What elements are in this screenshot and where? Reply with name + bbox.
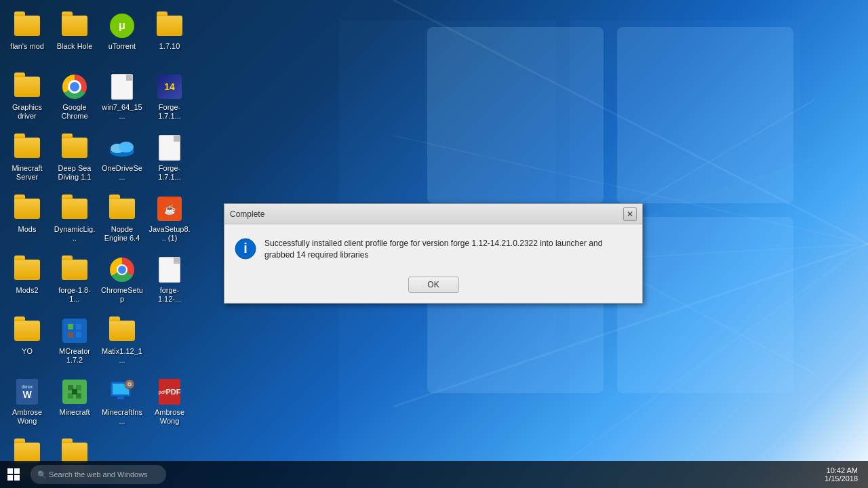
dialog-ok-button[interactable]: OK [408, 277, 459, 293]
icon-ambrose-docx[interactable]: docx W Ambrose Wong [3, 373, 51, 432]
folder-icon [157, 16, 182, 36]
folder-icon [109, 321, 135, 341]
svg-point-18 [119, 142, 134, 152]
icon-forge-172[interactable]: Forge-1.7.1... [146, 129, 193, 188]
icon-label-mods2: Mods2 [16, 286, 38, 295]
icon-mods2[interactable]: Mods2 [3, 251, 51, 310]
icon-label-javasetup: JavaSetup8... (1) [149, 225, 191, 243]
chrome-setup-icon [110, 258, 134, 282]
icon-minecraft-app[interactable]: Minecraft [51, 373, 98, 432]
folder-icon [14, 199, 40, 219]
svg-rect-22 [68, 324, 73, 329]
white-file-icon [159, 257, 180, 283]
icon-label-dynamiclig: DynamicLig... [54, 225, 96, 243]
icon-label-ambrose-docx: Ambrose Wong [6, 408, 48, 426]
icon-minecraftins[interactable]: MinecraftIns... [98, 373, 146, 432]
icon-javasetup[interactable]: ☕ JavaSetup8... (1) [146, 190, 193, 249]
dialog-content: i Successfully installed client profile … [224, 224, 642, 271]
icon-dynamiclig[interactable]: DynamicLig... [51, 190, 98, 249]
icon-label-mods: Mods [18, 225, 37, 234]
dialog-message-text: Successfully installed client profile fo… [264, 238, 632, 261]
word-docx-icon: docx W [16, 379, 38, 405]
icon-label-yo: YO [22, 347, 33, 356]
icon-google-chrome[interactable]: Google Chrome [51, 68, 98, 127]
icon-label-ambrose-pdf: Ambrose Wong [149, 408, 191, 426]
start-button[interactable] [0, 461, 27, 488]
icon-label-forge-172: Forge-1.7.1... [149, 164, 191, 182]
taskbar-search-placeholder: 🔍 Search the web and Windows [37, 470, 148, 479]
icon-flans-mod[interactable]: flan's mod [3, 7, 51, 66]
icon-label-graphics-driver: Graphics driver [6, 103, 48, 121]
icon-utorrent[interactable]: μ uTorrent [98, 7, 146, 66]
icon-label-forge-112: forge-1.12-... [149, 286, 191, 304]
icon-mods[interactable]: Mods [3, 190, 51, 249]
icon-onedrive[interactable]: OneDriveSe... [98, 129, 146, 188]
icon-forge-1711[interactable]: 14 Forge-1.7.1... [146, 68, 193, 127]
icon-forge-18[interactable]: forge-1.8-1... [51, 251, 98, 310]
folder-icon [62, 138, 87, 158]
svg-rect-31 [72, 389, 77, 394]
icon-label-black-hole: Black Hole [57, 42, 93, 51]
white-file-icon [111, 74, 133, 100]
svg-rect-21 [62, 319, 87, 343]
svg-point-38 [129, 384, 130, 385]
icon-win7-64[interactable]: win7_64_15... [98, 68, 146, 127]
icon-label-minecraft-server: Minecraft Server [6, 164, 48, 182]
folder-icon [14, 443, 40, 463]
java-icon: ☕ [157, 197, 182, 221]
icon-black-hole[interactable]: Black Hole [51, 7, 98, 66]
icon-forge-112[interactable]: forge-1.12-... [146, 251, 193, 310]
taskbar-search-box[interactable]: 🔍 Search the web and Windows [31, 465, 166, 484]
clock-time: 10:42 AM [825, 466, 858, 474]
icon-mcreator[interactable]: MCreator 1.7.2 [51, 312, 98, 371]
icon-deep-sea[interactable]: Deep Sea Diving 1.1 [51, 129, 98, 188]
desktop-icons-grid: flan's mod Black Hole μ uTorrent 1.7.10 … [0, 0, 217, 488]
folder-icon [62, 260, 87, 280]
svg-rect-25 [76, 332, 81, 338]
white-file-icon [159, 135, 180, 161]
onedrive-icon [109, 139, 135, 157]
icon-label-minecraftins: MinecraftIns... [101, 408, 143, 426]
icon-nopde[interactable]: Nopde Engine 6.4 [98, 190, 146, 249]
icon-label-forge-18: forge-1.8-1... [54, 286, 96, 304]
icon-label-deep-sea: Deep Sea Diving 1.1 [54, 164, 96, 182]
icon-label-1710: 1.7.10 [159, 42, 180, 51]
svg-rect-34 [117, 396, 124, 399]
folder-icon [62, 199, 87, 219]
svg-rect-35 [115, 399, 127, 401]
svg-text:☕: ☕ [164, 204, 176, 216]
icon-label-forge-1711: Forge-1.7.1... [149, 103, 191, 121]
folder-icon [14, 77, 40, 97]
icon-label-chromesetup: ChromeSetup [101, 286, 143, 304]
utorrent-icon: μ [110, 14, 134, 38]
icon-label-minecraft-app: Minecraft [59, 408, 90, 417]
chrome-icon [62, 75, 87, 99]
clock-date: 1/15/2018 [825, 474, 858, 483]
dialog-complete: Complete ✕ i Successfully installed clie… [224, 203, 643, 304]
icon-chromesetup[interactable]: ChromeSetup [98, 251, 146, 310]
folder-icon [109, 199, 135, 219]
taskbar: 🔍 Search the web and Windows 10:42 AM 1/… [0, 461, 868, 488]
icon-yo[interactable]: YO [3, 312, 51, 371]
icon-matix[interactable]: Matix1.12_1... [98, 312, 146, 371]
icon-label-utorrent: uTorrent [108, 42, 136, 51]
folder-icon [14, 16, 40, 36]
minecraft-icon [62, 380, 87, 404]
dialog-titlebar: Complete ✕ [224, 204, 642, 224]
icon-label-google-chrome: Google Chrome [54, 103, 96, 121]
icon-graphics-driver[interactable]: Graphics driver [3, 68, 51, 127]
dialog-close-button[interactable]: ✕ [623, 207, 637, 221]
pdf-icon: pdf PDF [159, 379, 180, 405]
folder-icon [14, 138, 40, 158]
forge-icon: 14 [157, 75, 182, 99]
mccreator-icon [62, 319, 87, 343]
dialog-buttons: OK [224, 271, 642, 303]
dialog-info-icon: i [235, 238, 256, 260]
icon-ambrose-pdf[interactable]: pdf PDF Ambrose Wong [146, 373, 193, 432]
icon-minecraft-server[interactable]: Minecraft Server [3, 129, 51, 188]
icon-1710[interactable]: 1.7.10 [146, 7, 193, 66]
icon-label-nopde: Nopde Engine 6.4 [101, 225, 143, 243]
desktop: flan's mod Black Hole μ uTorrent 1.7.10 … [0, 0, 868, 488]
icon-label-mcreator: MCreator 1.7.2 [54, 347, 96, 365]
icon-label-matix: Matix1.12_1... [101, 347, 143, 365]
